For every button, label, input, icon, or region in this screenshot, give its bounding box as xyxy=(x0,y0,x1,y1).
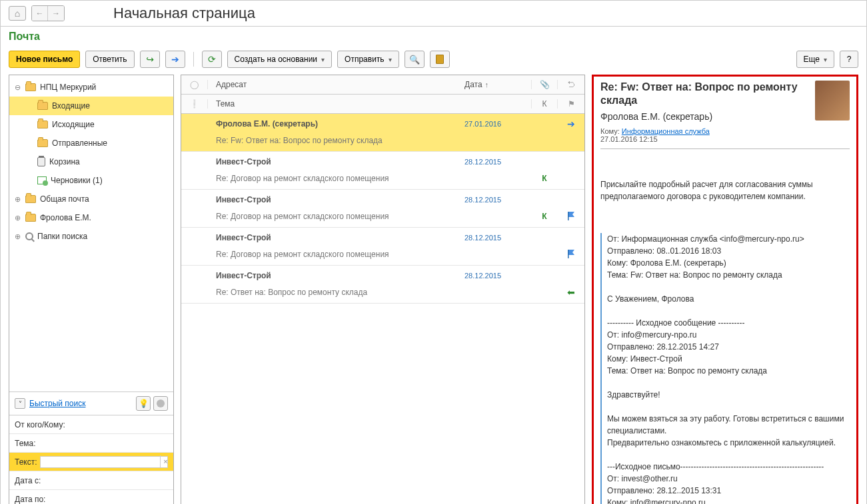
filter-label: Дата по: xyxy=(15,495,45,504)
toolbar: Новое письмо Ответить ↩ ➔ ⟳ Создать на о… xyxy=(1,47,866,75)
sidebar: ⊖ НПЦ Меркурий Входящие Исходящие xyxy=(9,75,174,504)
clear-text-button[interactable]: × xyxy=(160,455,171,467)
tree-outbox-label: Исходящие xyxy=(52,120,95,129)
top-bar: ⌂ ← → Начальная страница xyxy=(1,1,866,27)
tree-sent[interactable]: Отправленные xyxy=(9,134,173,152)
refresh-icon: ⟳ xyxy=(208,54,216,65)
more-label: Еще xyxy=(804,55,820,64)
forward-button[interactable]: ➔ xyxy=(165,51,185,68)
to-link[interactable]: Информационная служба xyxy=(622,127,710,135)
tree-trash-label: Корзина xyxy=(49,157,80,166)
reply-button[interactable]: Ответить xyxy=(85,51,134,68)
section-title: Почта xyxy=(1,27,866,47)
folder-icon xyxy=(25,83,36,91)
col-importance[interactable]: ❕ xyxy=(181,99,208,109)
tree-outbox[interactable]: Исходящие xyxy=(9,115,173,134)
back-button[interactable]: ← xyxy=(32,6,48,21)
forward-button[interactable]: → xyxy=(48,6,64,21)
col-direction[interactable]: ⮌ xyxy=(558,80,584,89)
expand-icon[interactable]: ⊕ xyxy=(13,195,21,204)
filter-label: Текст: xyxy=(15,457,37,467)
preview-from: Фролова Е.М. (секретарь) xyxy=(600,111,810,122)
tree-search-folders[interactable]: ⊕ Папки поиска xyxy=(9,227,173,246)
trash-icon xyxy=(37,157,45,166)
tree-frolova-label: Фролова Е.М. xyxy=(40,213,91,222)
tree-trash[interactable]: Корзина xyxy=(9,152,173,171)
expand-icon[interactable]: ⊕ xyxy=(13,214,21,222)
message-row[interactable]: Инвест-Строй28.12.2015Re: Ответ на: Вопр… xyxy=(181,266,584,304)
new-message-button[interactable]: Новое письмо xyxy=(9,51,80,68)
collapse-icon[interactable]: ⊖ xyxy=(13,83,21,92)
msg-date: 28.12.2015 xyxy=(464,272,531,280)
find-button[interactable]: 🔍 xyxy=(405,51,425,68)
clear-button[interactable] xyxy=(153,396,168,411)
reply-all-button[interactable]: ↩ xyxy=(140,51,160,68)
address-book-button[interactable] xyxy=(430,51,450,68)
col-theme[interactable]: Тема xyxy=(208,99,464,109)
message-row[interactable]: Инвест-Строй28.12.2015Re: Договор на рем… xyxy=(181,228,584,266)
tree-shared[interactable]: ⊕ Общая почта xyxy=(9,190,173,208)
expand-icon[interactable]: ⊕ xyxy=(13,232,21,241)
col-flag[interactable]: ⚑ xyxy=(558,99,584,109)
preview-subject: Re: Fw: Ответ на: Вопрос по ремонту скла… xyxy=(600,81,810,107)
send-button[interactable]: Отправить▾ xyxy=(337,51,399,68)
msg-sender: Инвест-Строй xyxy=(181,233,464,242)
tree-inbox[interactable]: Входящие xyxy=(9,97,173,115)
filter-date-from[interactable]: Дата с: xyxy=(9,471,173,490)
quick-search-toggle[interactable]: ˅ xyxy=(15,398,25,409)
hint-button[interactable]: 💡 xyxy=(136,396,151,411)
message-row[interactable]: Инвест-Строй28.12.2015Re: Договор на рем… xyxy=(181,190,584,228)
address-book-icon xyxy=(436,55,444,64)
msg-subject: Re: Договор на ремонт складского помещен… xyxy=(181,212,464,221)
col-addressee[interactable]: Адресат xyxy=(208,80,464,89)
circle-icon xyxy=(157,399,165,407)
filter-label: Дата с: xyxy=(15,476,41,485)
binoculars-icon: 🔍 xyxy=(409,55,420,65)
tree-root[interactable]: ⊖ НПЦ Меркурий xyxy=(9,78,173,97)
refresh-button[interactable]: ⟳ xyxy=(202,51,222,68)
tree-drafts[interactable]: Черновики (1) xyxy=(9,171,173,190)
filter-text[interactable]: Текст: × xyxy=(9,453,173,471)
folder-icon xyxy=(37,102,48,110)
more-button[interactable]: Еще▾ xyxy=(796,51,834,68)
flag-icon: ⚑ xyxy=(568,99,575,109)
home-button[interactable]: ⌂ xyxy=(9,6,26,21)
reply-arrow-icon: ➔ xyxy=(567,119,575,129)
col-date[interactable]: Дата↑ xyxy=(464,80,531,89)
msg-date: 28.12.2015 xyxy=(464,234,531,242)
quick-search-link[interactable]: Быстрый поиск xyxy=(29,399,85,408)
filter-label: Тема: xyxy=(15,439,36,448)
draft-icon xyxy=(37,176,47,184)
message-row[interactable]: Инвест-Строй28.12.2015Re: Договор на рем… xyxy=(181,152,584,190)
grid-header: ◯ Адресат Дата↑ 📎 ⮌ ❕ Тема К ⚑ xyxy=(181,75,584,114)
to-label: Кому: xyxy=(600,127,620,135)
col-k[interactable]: К xyxy=(531,99,558,109)
msg-k: К xyxy=(531,174,558,183)
sort-asc-icon: ↑ xyxy=(485,81,489,89)
filter-theme[interactable]: Тема: xyxy=(9,434,173,453)
grid-header-row2: ❕ Тема К ⚑ xyxy=(181,95,584,114)
filter-date-to[interactable]: Дата по: xyxy=(9,490,173,504)
filter-from-to[interactable]: От кого/Кому: xyxy=(9,415,173,434)
filter-list: От кого/Кому: Тема: Текст: × Дата с: Дат… xyxy=(9,415,173,504)
col-status[interactable]: ◯ xyxy=(181,80,208,89)
create-from-button[interactable]: Создать на основании▾ xyxy=(227,51,333,68)
help-button[interactable]: ? xyxy=(840,51,858,68)
msg-date: 28.12.2015 xyxy=(464,158,531,166)
msg-subject: Re: Ответ на: Вопрос по ремонту склада xyxy=(181,288,464,297)
chevron-down-icon: ▾ xyxy=(389,56,392,63)
incoming-arrow-icon: ⬅ xyxy=(567,287,575,298)
msg-sender: Инвест-Строй xyxy=(181,271,464,280)
create-from-label: Создать на основании xyxy=(235,55,318,64)
svg-rect-3 xyxy=(568,250,569,258)
avatar xyxy=(815,81,850,121)
message-row[interactable]: Фролова Е.М. (секретарь)27.01.2016➔Re: F… xyxy=(181,114,584,152)
col-date-label: Дата xyxy=(464,80,482,89)
msg-subject: Re: Договор на ремонт складского помещен… xyxy=(181,174,464,183)
tree-frolova[interactable]: ⊕ Фролова Е.М. xyxy=(9,208,173,227)
col-attach[interactable]: 📎 xyxy=(531,80,558,89)
preview-datetime: 27.01.2016 12:15 xyxy=(600,135,658,143)
main-area: ⊖ НПЦ Меркурий Входящие Исходящие xyxy=(1,75,866,504)
folder-icon xyxy=(37,121,48,128)
search-icon xyxy=(25,232,33,240)
